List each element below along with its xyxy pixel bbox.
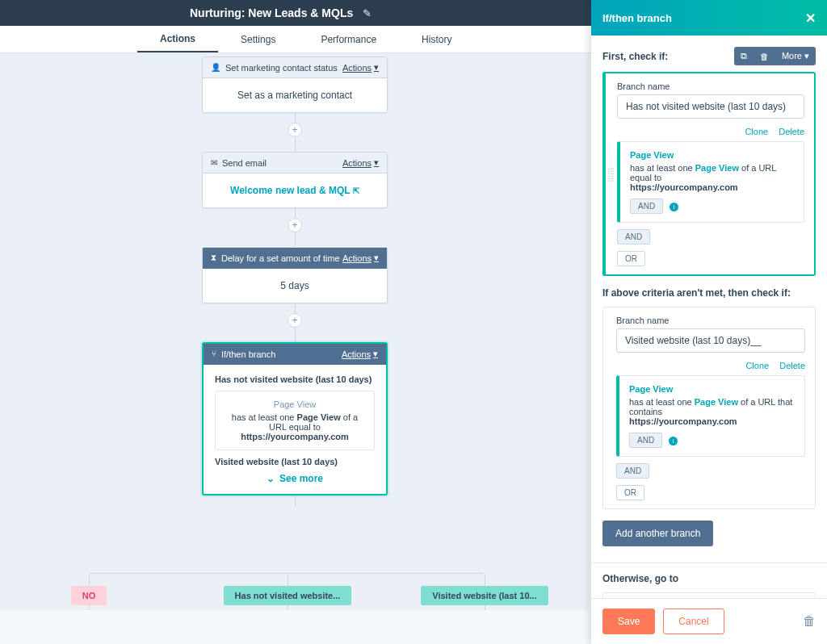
connector — [295, 328, 296, 342]
criteria-box[interactable]: Page View has at least one Page View of … — [616, 375, 805, 457]
clone-link[interactable]: Clone — [745, 361, 769, 370]
hourglass-icon: ⧗ — [211, 253, 216, 263]
branch-tag-2[interactable]: Visited website (last 10... — [421, 586, 548, 605]
email-link[interactable]: Welcome new lead & MQL — [230, 185, 350, 196]
add-branch-button[interactable]: Add another branch — [602, 521, 713, 546]
connector — [295, 303, 296, 313]
criteria-url: https://yourcompany.com — [630, 182, 794, 192]
and-chip[interactable]: AND — [630, 199, 663, 214]
add-step-button[interactable]: + — [288, 218, 302, 232]
above-criteria-label: If above criteria aren't met, then check… — [602, 287, 816, 299]
chevron-down-icon: ▾ — [374, 157, 379, 168]
chevron-down-icon: ▾ — [374, 62, 379, 73]
criteria-url: https://yourcompany.com — [629, 416, 795, 426]
connector — [295, 137, 296, 152]
card-actions-menu[interactable]: Actions ▾ — [342, 62, 379, 73]
criteria-box[interactable]: Page View has at least one Page View of … — [617, 141, 804, 223]
workflow-title: Nurturing: New Leads & MQLs — [190, 6, 353, 19]
branch-name-label: Branch name — [616, 316, 805, 325]
branch-path-2: Visited website (last 10... + — [428, 575, 541, 610]
card-title: Send email — [222, 158, 267, 168]
branch-name-2: Visited website (last 10 days) — [215, 457, 375, 466]
card-title: Delay for a set amount of time — [221, 253, 340, 263]
tab-performance[interactable]: Performance — [298, 26, 399, 52]
chevron-down-icon: ⌄ — [267, 473, 275, 484]
first-check-label: First, check if: — [602, 51, 668, 62]
panel-footer: Save Cancel 🗑 — [591, 598, 827, 644]
branch-name-input[interactable] — [617, 94, 804, 119]
copy-button[interactable]: ⧉ — [734, 47, 754, 65]
criteria-box: Page View has at least one Page View of … — [215, 391, 375, 450]
card-body: 5 days — [203, 269, 387, 303]
card-actions-menu[interactable]: Actions ▾ — [342, 157, 379, 168]
criteria-title: Page View — [629, 384, 795, 394]
and-chip[interactable]: AND — [616, 463, 649, 479]
branch-tag-no[interactable]: NO — [71, 586, 107, 605]
see-more-link[interactable]: ⌄See more — [215, 466, 375, 484]
drag-handle-icon[interactable]: ⠿⠿⠿ — [606, 73, 614, 274]
branch-icon: ⑂ — [212, 349, 216, 358]
delete-button[interactable]: 🗑 — [754, 47, 775, 65]
branch-name-label: Branch name — [617, 82, 804, 91]
branch-block-otherwise: Branch name — [602, 592, 816, 598]
and-chip[interactable]: AND — [617, 229, 650, 245]
tab-actions[interactable]: Actions — [137, 26, 218, 52]
card-actions-menu[interactable]: Actions ▾ — [342, 349, 378, 359]
connector — [295, 496, 296, 507]
branch-horizontal-line — [89, 573, 484, 574]
card-send-email[interactable]: ✉Send email Actions ▾ Welcome new lead &… — [202, 152, 388, 208]
branch-name-1: Has not visited website (last 10 days) — [215, 374, 375, 384]
add-step-button[interactable]: + — [288, 313, 302, 328]
tab-history[interactable]: History — [399, 26, 474, 52]
chevron-down-icon: ▾ — [373, 349, 378, 359]
close-icon[interactable]: ✕ — [805, 10, 816, 26]
add-step-button[interactable]: + — [288, 123, 302, 137]
connector — [295, 232, 296, 247]
delete-link[interactable]: Delete — [779, 361, 805, 370]
branch-tag-1[interactable]: Has not visited website... — [224, 586, 352, 605]
delete-link[interactable]: Delete — [779, 127, 804, 136]
card-set-status[interactable]: 👤Set marketing contact status Actions ▾ … — [202, 56, 388, 113]
connector — [295, 208, 296, 218]
branch-block-2: Branch name Clone Delete Page View has a… — [602, 307, 816, 509]
workflow-canvas[interactable]: 👤Set marketing contact status Actions ▾ … — [0, 53, 590, 610]
panel-header: If/then branch ✕ — [591, 0, 827, 36]
card-delay[interactable]: ⧗Delay for a set amount of time Actions … — [202, 247, 388, 303]
criteria-title: Page View — [630, 150, 794, 160]
panel-title: If/then branch — [602, 12, 672, 24]
edit-title-icon[interactable]: ✎ — [363, 7, 372, 19]
card-actions-menu[interactable]: Actions ▾ — [342, 253, 379, 263]
branch-path-1: Has not visited website... + — [231, 575, 344, 610]
external-link-icon[interactable]: ⇱ — [353, 186, 359, 195]
connector — [295, 113, 296, 123]
branch-path-no: NO + — [32, 575, 145, 610]
card-if-then-branch[interactable]: ⑂If/then branch Actions ▾ Has not visite… — [202, 342, 388, 496]
panel-toolbar: ⧉ 🗑 More ▾ — [734, 47, 816, 65]
info-icon[interactable]: i — [669, 437, 678, 445]
card-title: If/then branch — [221, 349, 275, 359]
branch-block-1: ⠿⠿⠿ Branch name Clone Delete Page View h… — [602, 72, 816, 276]
clone-link[interactable]: Clone — [745, 127, 768, 136]
or-chip[interactable]: OR — [616, 485, 644, 500]
contact-icon: 👤 — [211, 63, 220, 72]
and-chip[interactable]: AND — [629, 433, 662, 448]
criteria-title: Page View — [224, 399, 366, 409]
trash-icon[interactable]: 🗑 — [803, 614, 816, 629]
side-panel: If/then branch ✕ First, check if: ⧉ 🗑 Mo… — [591, 0, 827, 644]
tab-settings[interactable]: Settings — [218, 26, 298, 52]
save-button[interactable]: Save — [602, 608, 655, 634]
cancel-button[interactable]: Cancel — [663, 608, 724, 634]
branch-name-input[interactable] — [616, 328, 805, 353]
otherwise-label: Otherwise, go to — [602, 573, 816, 584]
card-title: Set marketing contact status — [225, 63, 338, 73]
divider — [591, 562, 827, 563]
or-chip[interactable]: OR — [617, 251, 645, 266]
chevron-down-icon: ▾ — [374, 253, 379, 263]
card-body: Set as a marketing contact — [203, 78, 387, 112]
info-icon[interactable]: i — [670, 203, 678, 211]
email-icon: ✉ — [211, 158, 217, 167]
more-button[interactable]: More ▾ — [775, 47, 816, 65]
